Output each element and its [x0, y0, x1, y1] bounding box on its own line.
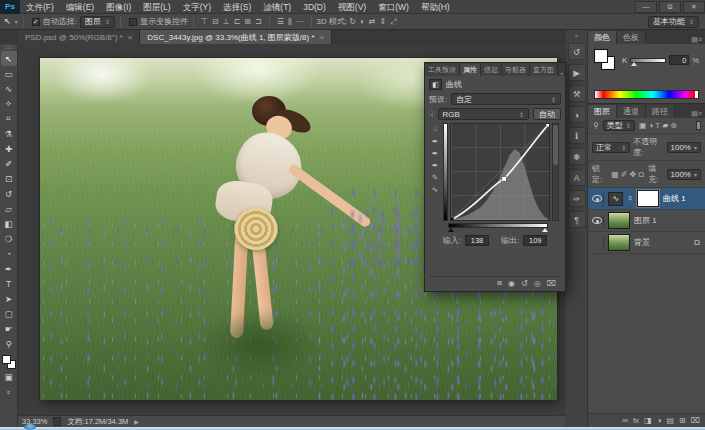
- curve-pencil-icon[interactable]: ✎: [432, 173, 438, 182]
- layer-visibility-toggle[interactable]: [591, 236, 604, 250]
- document-tab[interactable]: DSC_3443y.jpg @ 33.3%(曲线 1, 图层蒙版/8) * ×: [140, 30, 332, 44]
- layer-thumbnail[interactable]: [608, 212, 630, 229]
- fill-dropdown[interactable]: 100% ▾: [667, 169, 701, 180]
- preset-dropdown[interactable]: 自定 ⇕: [451, 93, 561, 105]
- k-slider[interactable]: [630, 58, 666, 63]
- close-tab-icon[interactable]: ×: [128, 33, 133, 42]
- quick-selection-tool[interactable]: ⟡: [1, 96, 17, 111]
- panel-menu-icon[interactable]: ▤≡: [688, 36, 705, 44]
- layer-thumbnail[interactable]: [608, 234, 630, 251]
- align-horizontal-centers-icon[interactable]: ⊞: [242, 17, 253, 26]
- layer-name[interactable]: 曲线 1: [663, 193, 686, 204]
- rectangular-marquee-tool[interactable]: ▭: [1, 66, 17, 81]
- black-point-slider[interactable]: [448, 228, 454, 232]
- panel-tab[interactable]: 路径: [646, 105, 675, 118]
- layer-style-icon[interactable]: fx: [633, 416, 639, 425]
- new-adjustment-layer-icon[interactable]: ◑: [657, 416, 662, 425]
- document-tab[interactable]: PSD.psd @ 50%(RGB/8") * ×: [18, 30, 140, 44]
- layer-visibility-toggle[interactable]: [591, 192, 604, 206]
- menu-item[interactable]: 文字(Y): [177, 0, 217, 14]
- distribute-horizontal-icon[interactable]: ⫼: [286, 17, 294, 26]
- menu-item[interactable]: 文件(F): [20, 0, 60, 14]
- close-tab-icon[interactable]: ×: [320, 33, 325, 42]
- black-point-eyedropper-icon[interactable]: ✒: [432, 137, 438, 146]
- layer-row-layer-1[interactable]: 图层 1: [588, 210, 705, 232]
- actions-panel-icon[interactable]: ▶: [568, 64, 586, 81]
- clone-stamp-tool[interactable]: ⊡: [1, 171, 17, 186]
- quick-mask-button[interactable]: ▣: [1, 369, 17, 384]
- menu-item[interactable]: 视图(V): [332, 0, 372, 14]
- new-group-icon[interactable]: ▤: [667, 416, 675, 425]
- panel-tab[interactable]: 导航器: [502, 64, 530, 76]
- brush-panel-icon[interactable]: ✑: [568, 190, 586, 207]
- panel-tab[interactable]: 信息: [481, 64, 502, 76]
- layer-name[interactable]: 背景: [634, 237, 650, 248]
- menu-item[interactable]: 滤镜(T): [257, 0, 297, 14]
- panel-menu-icon[interactable]: ▤≡: [688, 110, 705, 118]
- clip-to-layer-icon[interactable]: ⧈: [497, 278, 502, 288]
- minimize-button[interactable]: —: [635, 1, 657, 13]
- distribute-vertical-icon[interactable]: ☰: [275, 17, 286, 26]
- windows-start-orb-icon[interactable]: [24, 424, 36, 430]
- 3d-drag-icon[interactable]: ⇄: [367, 17, 378, 26]
- smooth-curve-icon[interactable]: ∿: [432, 185, 438, 194]
- menu-item[interactable]: 帮助(H): [415, 0, 456, 14]
- white-point-slider[interactable]: [542, 228, 548, 232]
- zoom-tool[interactable]: ⚲: [1, 336, 17, 351]
- distribute-gaps-icon[interactable]: ⋯: [294, 17, 306, 26]
- foreground-color-swatch[interactable]: [2, 355, 11, 364]
- new-layer-icon[interactable]: ⊞: [679, 416, 686, 425]
- gray-point-eyedropper-icon[interactable]: ✒: [432, 149, 438, 158]
- 3d-rotate-icon[interactable]: ↻: [347, 17, 358, 26]
- restore-button[interactable]: ⧉: [659, 1, 681, 13]
- panel-scrollbar[interactable]: [552, 123, 559, 221]
- add-layer-mask-icon[interactable]: ◨: [644, 416, 652, 425]
- reset-adjustment-icon[interactable]: ↺: [521, 279, 528, 288]
- move-tool[interactable]: ↖: [1, 51, 17, 66]
- targeted-adjustment-tool-icon[interactable]: ☟: [429, 110, 434, 119]
- layer-row-curves-1[interactable]: ∿ ∞ 曲线 1: [588, 188, 705, 210]
- input-value-field[interactable]: 138: [465, 235, 489, 246]
- menu-item[interactable]: 图像(I): [100, 0, 137, 14]
- align-right-edges-icon[interactable]: ⊐: [253, 17, 264, 26]
- align-bottom-edges-icon[interactable]: ⊥: [221, 17, 232, 26]
- delete-adjustment-icon[interactable]: ⌧: [547, 279, 556, 288]
- auto-select-dropdown[interactable]: 图层 ⇕: [80, 16, 115, 28]
- history-brush-tool[interactable]: ↺: [1, 186, 17, 201]
- layer-visibility-toggle[interactable]: [591, 214, 604, 228]
- adjustments-panel-icon[interactable]: ◑: [568, 106, 586, 123]
- menu-item[interactable]: 窗口(W): [372, 0, 415, 14]
- dodge-tool[interactable]: ◔: [1, 246, 17, 261]
- lock-pixels-icon[interactable]: ✐: [620, 170, 629, 179]
- screen-mode-button[interactable]: ▫: [1, 384, 17, 399]
- info-panel-icon[interactable]: ℹ: [568, 127, 586, 144]
- view-previous-state-icon[interactable]: ◉: [508, 279, 515, 288]
- layer-mask-thumbnail[interactable]: [637, 190, 659, 207]
- panel-tab[interactable]: 通道: [617, 105, 646, 118]
- close-button[interactable]: ✕: [683, 1, 705, 13]
- opacity-dropdown[interactable]: 100% ▾: [667, 142, 701, 153]
- color-spectrum-ramp[interactable]: [594, 90, 699, 99]
- delete-layer-icon[interactable]: ⌧: [691, 416, 700, 425]
- panel-tab[interactable]: 颜色: [588, 31, 617, 44]
- workspace-switcher[interactable]: 基本功能 ⇕: [648, 16, 699, 28]
- align-left-edges-icon[interactable]: ⊏: [232, 17, 243, 26]
- tool-presets-panel-icon[interactable]: ⚒: [568, 85, 586, 102]
- foreground-color-swatch[interactable]: [594, 49, 608, 63]
- paragraph-panel-icon[interactable]: ¶: [568, 211, 586, 228]
- targeted-adjustment-icon[interactable]: ☟: [433, 125, 438, 134]
- horizontal-type-tool[interactable]: T: [1, 276, 17, 291]
- layer-mask-link-icon[interactable]: ∞: [627, 196, 634, 202]
- auto-select-checkbox[interactable]: ✓: [32, 18, 40, 26]
- lock-transparency-icon[interactable]: ▦: [610, 170, 620, 179]
- layer-name[interactable]: 图层 1: [634, 215, 657, 226]
- panel-tab[interactable]: 工具预设: [425, 64, 460, 76]
- 3d-slide-icon[interactable]: ⇕: [378, 17, 389, 26]
- curves-adjustment-icon[interactable]: ∿: [608, 192, 623, 206]
- layer-filter-toggle[interactable]: [696, 121, 701, 130]
- toggle-visibility-icon[interactable]: ◎: [534, 279, 541, 288]
- 3d-roll-icon[interactable]: ◐: [358, 17, 367, 26]
- hand-tool[interactable]: ☛: [1, 321, 17, 336]
- blend-mode-dropdown[interactable]: 正常 ⇕: [592, 142, 630, 153]
- lock-all-icon[interactable]: Ω: [637, 170, 645, 179]
